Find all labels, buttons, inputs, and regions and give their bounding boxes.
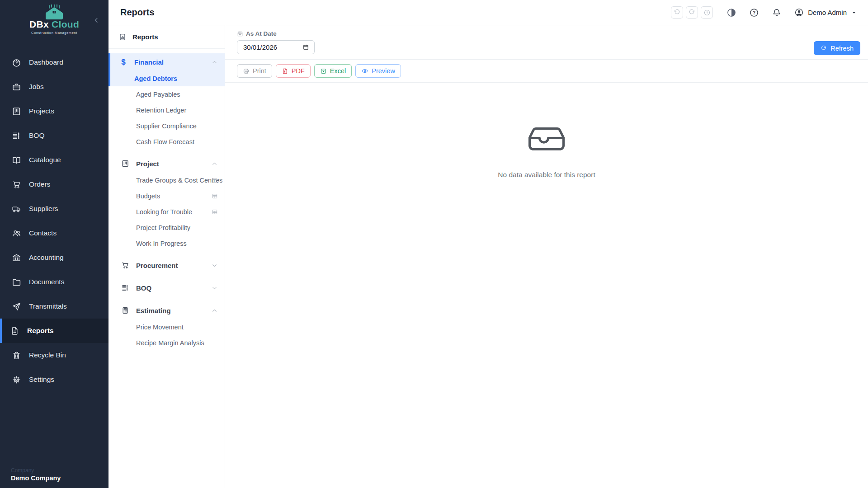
chevron-left-icon <box>92 16 100 24</box>
list-columns-icon <box>121 284 129 292</box>
sidebar-item-boq[interactable]: BOQ <box>0 123 108 148</box>
sidebar-item-contacts[interactable]: Contacts <box>0 221 108 245</box>
sidebar-item-label: Documents <box>29 278 64 286</box>
help-button[interactable]: ? <box>749 8 759 18</box>
chevron-down-icon <box>211 262 218 269</box>
company-name: Demo Company <box>11 474 61 482</box>
sidebar-item-orders[interactable]: Orders <box>0 172 108 197</box>
report-section-financial-header[interactable]: $ Financial <box>108 53 225 70</box>
truck-icon <box>12 204 21 214</box>
gear-icon <box>12 375 21 385</box>
file-report-icon <box>10 326 19 336</box>
notifications-button[interactable] <box>772 8 782 18</box>
history-button[interactable] <box>701 6 713 19</box>
kanban-icon <box>121 160 129 168</box>
report-item-work-in-progress[interactable]: Work In Progress <box>108 235 225 251</box>
user-menu[interactable]: Demo Admin <box>794 8 857 17</box>
calendar-check-icon <box>237 31 243 37</box>
chevron-down-icon <box>211 285 218 291</box>
sidebar-item-transmittals[interactable]: Transmittals <box>0 294 108 319</box>
sidebar-item-catalogue[interactable]: Catalogue <box>0 148 108 172</box>
report-section-procurement: Procurement <box>108 257 225 274</box>
section-label: Estimating <box>136 307 171 314</box>
report-item-trade-groups-cost-centres[interactable]: Trade Groups & Cost Centres <box>108 172 225 188</box>
file-pdf-icon <box>282 68 288 75</box>
sidebar-item-label: Recycle Bin <box>29 351 66 359</box>
preview-button[interactable]: Preview <box>355 64 401 78</box>
history-icon <box>703 9 711 16</box>
report-item-aged-payables[interactable]: Aged Payables <box>108 86 225 102</box>
report-section-estimating-header[interactable]: Estimating <box>108 302 225 319</box>
folder-icon <box>12 277 21 287</box>
report-section-financial: $ Financial Aged Debtors Aged Payables R… <box>108 53 225 150</box>
pdf-button[interactable]: PDF <box>276 64 311 78</box>
sidebar-item-reports[interactable]: Reports <box>0 319 108 343</box>
brand-name: DBx Cloud <box>14 19 95 30</box>
refresh-button[interactable]: Refresh <box>814 41 860 55</box>
company-footer: Company Demo Company <box>11 467 61 482</box>
section-label: Procurement <box>136 262 178 269</box>
refresh-icon <box>821 45 827 52</box>
report-section-boq: BOQ <box>108 279 225 296</box>
chevron-up-icon <box>211 160 218 167</box>
undo-icon <box>674 9 680 16</box>
app-logo[interactable]: DBx Cloud Construction Management <box>14 5 95 35</box>
user-name: Demo Admin <box>808 9 847 16</box>
report-section-project: Project Trade Groups & Cost Centres Budg… <box>108 155 225 251</box>
house-logo-icon <box>41 5 67 20</box>
bell-icon <box>772 8 782 18</box>
sidebar-collapse-button[interactable] <box>92 16 100 24</box>
list-columns-icon <box>12 131 21 141</box>
table-icon <box>212 209 218 215</box>
sidebar-item-suppliers[interactable]: Suppliers <box>0 197 108 221</box>
excel-button[interactable]: Excel <box>314 64 352 78</box>
sidebar-item-label: Contacts <box>29 229 57 237</box>
sidebar-item-jobs[interactable]: Jobs <box>0 75 108 99</box>
report-item-budgets[interactable]: Budgets <box>108 188 225 204</box>
reports-nav-tree: $ Financial Aged Debtors Aged Payables R… <box>108 49 225 351</box>
as-at-date-input[interactable]: 30/01/2026 <box>237 40 315 54</box>
svg-text:?: ? <box>753 10 755 15</box>
table-icon <box>212 193 218 199</box>
sidebar-item-label: Jobs <box>29 83 44 91</box>
empty-state-message: No data available for this report <box>498 171 595 179</box>
sidebar-item-dashboard[interactable]: Dashboard <box>0 50 108 75</box>
logo-area: DBx Cloud Construction Management <box>0 0 108 42</box>
sidebar-item-projects[interactable]: Projects <box>0 99 108 123</box>
dollar-icon: $ <box>119 58 127 66</box>
report-item-looking-for-trouble[interactable]: Looking for Trouble <box>108 204 225 220</box>
sidebar-item-recycle-bin[interactable]: Recycle Bin <box>0 343 108 367</box>
section-label: BOQ <box>136 284 151 292</box>
report-item-recipe-margin-analysis[interactable]: Recipe Margin Analysis <box>108 335 225 351</box>
report-section-project-header[interactable]: Project <box>108 155 225 172</box>
as-at-date-group: As At Date 30/01/2026 <box>237 30 315 54</box>
report-item-price-movement[interactable]: Price Movement <box>108 319 225 335</box>
undo-button[interactable] <box>671 6 683 19</box>
redo-button[interactable] <box>686 6 698 19</box>
sidebar-item-documents[interactable]: Documents <box>0 270 108 294</box>
cart-icon <box>12 180 21 189</box>
redo-icon <box>689 9 695 16</box>
report-item-aged-debtors[interactable]: Aged Debtors <box>108 70 225 86</box>
report-item-retention-ledger[interactable]: Retention Ledger <box>108 102 225 118</box>
sidebar-item-label: BOQ <box>29 131 44 140</box>
theme-contrast-toggle[interactable] <box>726 8 736 18</box>
report-item-cash-flow-forecast[interactable]: Cash Flow Forecast <box>108 134 225 150</box>
sidebar-item-accounting[interactable]: Accounting <box>0 245 108 270</box>
print-button[interactable]: Print <box>237 64 272 78</box>
send-icon <box>12 302 21 311</box>
report-item-supplier-compliance[interactable]: Supplier Compliance <box>108 118 225 134</box>
cart-icon <box>121 261 129 269</box>
report-item-project-profitability[interactable]: Project Profitability <box>108 220 225 235</box>
eye-icon <box>361 67 368 75</box>
reports-nav-root[interactable]: Reports <box>108 25 225 49</box>
report-chart-icon <box>118 33 127 41</box>
table-icon <box>212 177 218 183</box>
as-at-date-label: As At Date <box>237 30 315 37</box>
sidebar-item-settings[interactable]: Settings <box>0 367 108 392</box>
chevron-up-icon <box>211 59 218 66</box>
report-section-boq-header[interactable]: BOQ <box>108 279 225 296</box>
report-section-procurement-header[interactable]: Procurement <box>108 257 225 274</box>
speedometer-icon <box>12 58 21 67</box>
reports-nav-root-label: Reports <box>132 33 158 41</box>
